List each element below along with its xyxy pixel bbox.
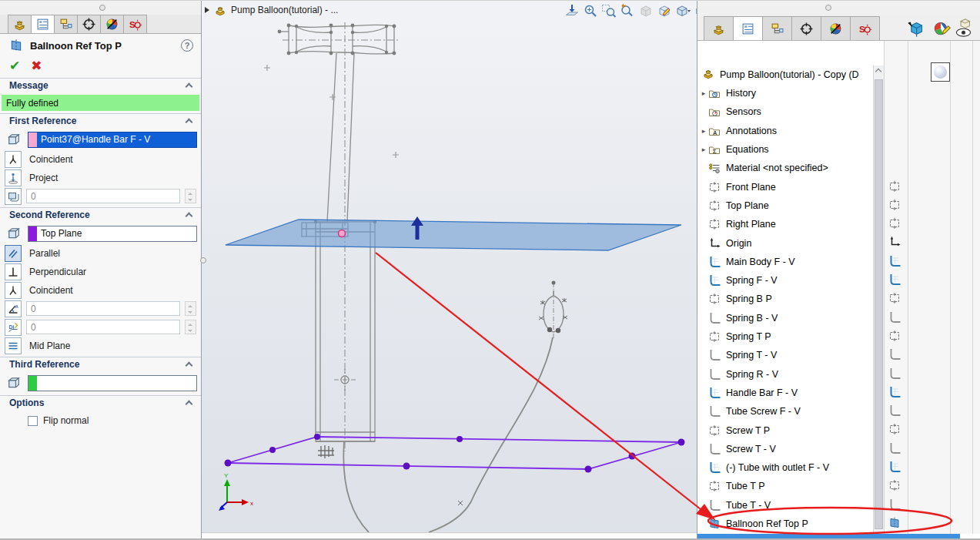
options-section-header[interactable]: Options: [0, 395, 201, 410]
tab-featuremanager[interactable]: [704, 16, 734, 40]
splitter-grip-icon[interactable]: [99, 5, 105, 11]
tree-item[interactable]: ▸ΣEquations: [697, 140, 873, 159]
hide-show-icon[interactable]: [953, 18, 973, 38]
sketch-blue-icon: [888, 255, 901, 268]
tree-item[interactable]: Spring F - V: [697, 271, 873, 290]
tree-item[interactable]: Screw T - V: [697, 440, 873, 458]
tree-item[interactable]: Ballnoon Ref Top P: [697, 515, 873, 533]
tree-item[interactable]: ▸History: [697, 84, 873, 102]
spinner-control[interactable]: [185, 189, 196, 203]
tab-displaymanager[interactable]: [821, 16, 851, 40]
scrollbar-thumb[interactable]: [875, 79, 883, 529]
collapse-chevron-icon[interactable]: [186, 401, 193, 408]
display-pane-divider: [972, 41, 973, 534]
tree-item[interactable]: Front Plane: [697, 178, 873, 196]
tree-item[interactable]: Screw T P: [697, 421, 873, 439]
third-reference-selection-field[interactable]: [28, 375, 197, 391]
tab-propertymanager[interactable]: [733, 16, 763, 40]
tree-item[interactable]: Tube Screw F - V: [697, 402, 873, 421]
tab-propertymanager[interactable]: [31, 15, 55, 33]
status-banner: Fully defined: [2, 95, 199, 111]
tree-item[interactable]: Tube T - V: [697, 496, 873, 515]
panel-splitter-grip-icon[interactable]: [200, 257, 206, 263]
sketch-blue-icon: [888, 273, 901, 287]
parallel-button[interactable]: [5, 245, 22, 262]
tree-item[interactable]: Handle Bar F - V: [697, 384, 873, 402]
project-button[interactable]: [5, 169, 22, 186]
help-icon[interactable]: ?: [181, 39, 193, 52]
svg-text:Di: Di: [9, 324, 15, 330]
collapse-chevron-icon[interactable]: [186, 119, 193, 126]
plane-icon: [708, 200, 721, 212]
collapse-chevron-icon[interactable]: [186, 362, 193, 370]
third-reference-section-header[interactable]: Third Reference: [0, 357, 201, 371]
sketch-gray-icon: [708, 312, 721, 324]
distance-button[interactable]: Di: [5, 319, 22, 336]
feature-tab-row: S: [697, 15, 980, 41]
splitter-grip-icon[interactable]: [825, 5, 831, 11]
scroll-up-icon[interactable]: [875, 69, 881, 75]
tree-scrollbar[interactable]: [873, 65, 884, 534]
tab-cam[interactable]: S: [850, 16, 880, 40]
appearance-chip[interactable]: [931, 62, 950, 82]
tree-item[interactable]: Spring R - V: [697, 365, 873, 384]
flip-normal-checkbox[interactable]: [28, 416, 38, 426]
mid-plane-button[interactable]: [5, 337, 22, 354]
first-reference-section-header[interactable]: First Reference: [0, 113, 201, 128]
reference-entity-icon: [5, 131, 22, 148]
tab-displaymanager[interactable]: [100, 15, 124, 33]
message-section-header[interactable]: Message: [0, 78, 201, 92]
tree-item[interactable]: Tube T P: [697, 477, 873, 495]
tab-featuremanager[interactable]: [8, 15, 32, 33]
appearance-icon[interactable]: [932, 18, 952, 38]
tab-dimxpertmanager[interactable]: [77, 15, 101, 33]
mid-plane-row: Mid Plane: [0, 337, 201, 354]
second-reference-selection-field[interactable]: Top Plane: [28, 226, 197, 242]
tab-configurationmanager[interactable]: [54, 15, 78, 33]
collapse-chevron-icon[interactable]: [186, 83, 193, 91]
tab-configurationmanager[interactable]: [762, 16, 792, 40]
angle-button[interactable]: A: [5, 300, 22, 317]
viewport-bottom-strip: [202, 532, 697, 540]
tree-item[interactable]: Spring B - V: [697, 309, 873, 327]
spinner-control[interactable]: [185, 301, 196, 316]
ok-button[interactable]: ✔: [9, 58, 20, 74]
tree-item[interactable]: Right Plane: [697, 215, 873, 233]
offset-value-field[interactable]: 0: [26, 189, 180, 203]
angle-value-field[interactable]: 0: [26, 301, 180, 316]
expand-arrow-icon[interactable]: ▸: [697, 127, 708, 135]
expand-arrow-icon[interactable]: ▸: [697, 146, 708, 153]
reference-entity-icon: [5, 374, 22, 391]
display-pane-divider: [884, 41, 885, 534]
section-label: Third Reference: [9, 359, 79, 370]
tree-item[interactable]: Origin: [697, 233, 873, 252]
display-mode-icon[interactable]: [905, 18, 925, 38]
material-icon: [708, 162, 721, 174]
graphics-viewport[interactable]: Pump Balloon(tutorial) - ...: [202, 1, 697, 540]
tree-item[interactable]: Material <not specified>: [697, 159, 873, 177]
tree-item[interactable]: Top Plane: [697, 196, 873, 215]
coincident-button[interactable]: [5, 282, 22, 299]
cancel-button[interactable]: ✖: [31, 58, 42, 74]
expand-arrow-icon[interactable]: ▸: [697, 89, 708, 97]
collapse-chevron-icon[interactable]: [186, 213, 193, 220]
offset-plane-button[interactable]: [5, 188, 22, 205]
tree-item[interactable]: ▸AAnnotations: [697, 122, 873, 140]
tree-item[interactable]: Spring T - V: [697, 346, 873, 364]
first-reference-selection-field[interactable]: Point37@Handle Bar F - V: [28, 132, 197, 148]
second-reference-row: Top Plane: [0, 222, 201, 243]
tab-cam[interactable]: S: [123, 15, 147, 33]
second-reference-section-header[interactable]: Second Reference: [0, 207, 201, 222]
tree-item[interactable]: (-) Tube with outlet F - V: [697, 458, 873, 477]
folder-sensors-icon: [708, 106, 721, 118]
tree-item[interactable]: Sensors: [697, 102, 873, 121]
coincident-button[interactable]: [5, 151, 22, 168]
perpendicular-button[interactable]: [5, 263, 22, 280]
tab-dimxpertmanager[interactable]: [791, 16, 821, 40]
tree-item[interactable]: Spring T P: [697, 327, 873, 346]
spinner-control[interactable]: [185, 320, 196, 334]
distance-value-field[interactable]: 0: [26, 320, 180, 334]
tree-root-item[interactable]: Pump Balloon(tutorial) - Copy (D: [697, 65, 873, 84]
tree-item[interactable]: Main Body F - V: [697, 253, 873, 271]
tree-item[interactable]: Spring B P: [697, 290, 873, 308]
